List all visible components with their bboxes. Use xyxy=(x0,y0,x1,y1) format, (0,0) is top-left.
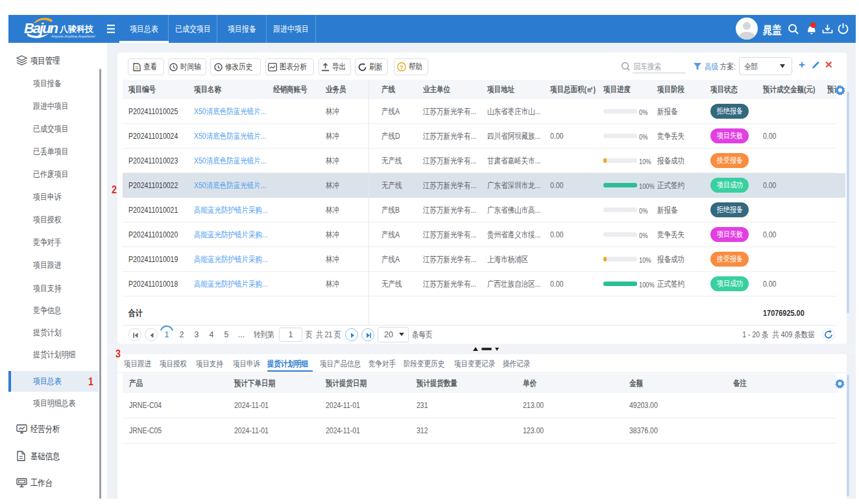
svg-text:Anyone,Anytime,Anywhere!: Anyone,Anytime,Anywhere! xyxy=(51,34,95,38)
svg-text:八骏科技: 八骏科技 xyxy=(59,24,94,34)
svg-text:?: ? xyxy=(400,64,404,71)
